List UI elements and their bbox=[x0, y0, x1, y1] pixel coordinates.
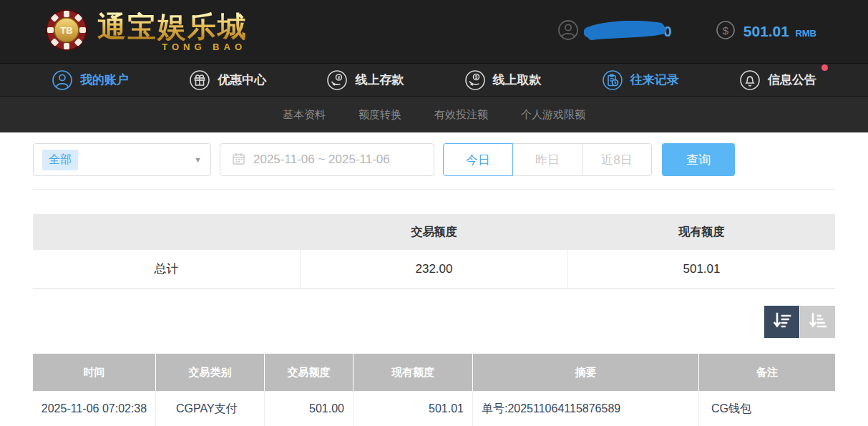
account-username[interactable]: 0 bbox=[557, 19, 672, 44]
subnav-item-valid-bets[interactable]: 有效投注额 bbox=[434, 108, 488, 122]
balance-amount: 501.01 bbox=[743, 23, 789, 39]
records-table: 时间 交易类别 交易额度 现有额度 摘要 备注 2025-11-06 07:02… bbox=[33, 354, 835, 426]
quick-btn-yesterday[interactable]: 昨日 bbox=[512, 143, 582, 176]
cell-summary: 单号:202511064115876589 bbox=[473, 391, 699, 426]
summary-total-label: 总计 bbox=[33, 250, 300, 289]
subnav-item-game-limits[interactable]: 个人游戏限额 bbox=[521, 108, 585, 122]
svg-text:$: $ bbox=[474, 74, 477, 80]
col-header-time: 时间 bbox=[33, 354, 156, 391]
records-icon bbox=[602, 69, 623, 91]
filter-bar: 全部 ▼ 2025-11-06 ~ 2025-11-06 今日 昨日 近8日 查… bbox=[0, 143, 868, 176]
brand-subtitle: TONG BAO bbox=[97, 42, 248, 52]
nav-label: 我的账户 bbox=[80, 72, 129, 88]
subnav-item-basic-info[interactable]: 基本资料 bbox=[283, 108, 326, 122]
quick-date-group: 今日 昨日 近8日 bbox=[443, 143, 652, 176]
section-divider bbox=[33, 189, 835, 190]
account-subnav: 基本资料 额度转换 有效投注额 个人游戏限额 bbox=[0, 97, 868, 132]
nav-item-promotions[interactable]: 优惠中心 bbox=[189, 69, 266, 91]
selected-type-chip: 全部 bbox=[42, 150, 78, 170]
cell-note: CG钱包 bbox=[699, 391, 835, 426]
col-header-trade-amount: 交易额度 bbox=[265, 354, 353, 391]
subnav-item-credit-transfer[interactable]: 额度转换 bbox=[359, 108, 401, 122]
cell-time: 2025-11-06 07:02:38 bbox=[33, 391, 156, 426]
nav-label: 优惠中心 bbox=[218, 72, 266, 88]
main-nav: 我的账户 优惠中心 ¥ 线上存款 $ bbox=[0, 63, 868, 97]
notification-dot bbox=[821, 64, 828, 71]
cell-type: CGPAY支付 bbox=[156, 391, 265, 426]
dollar-icon: $ bbox=[715, 19, 736, 44]
nav-label: 线上取款 bbox=[493, 72, 542, 88]
summary-col-trade-amount: 交易额度 bbox=[301, 225, 568, 240]
summary-total-balance: 501.01 bbox=[567, 250, 835, 289]
balance-display[interactable]: $ 501.01 RMB bbox=[715, 19, 816, 44]
svg-text:¥: ¥ bbox=[338, 74, 341, 79]
username-redaction-scribble bbox=[584, 21, 670, 42]
deposit-icon: ¥ bbox=[326, 69, 348, 91]
withdraw-icon: $ bbox=[464, 69, 486, 91]
nav-item-transaction-records[interactable]: 往来记录 bbox=[602, 69, 679, 91]
bell-icon bbox=[739, 69, 761, 91]
chip-label: TB bbox=[60, 25, 72, 36]
avatar-icon bbox=[557, 19, 580, 44]
date-range-value: 2025-11-06 ~ 2025-11-06 bbox=[253, 153, 390, 167]
cell-trade-amount: 501.00 bbox=[265, 391, 353, 426]
cell-balance: 501.01 bbox=[353, 391, 473, 426]
transaction-type-select[interactable]: 全部 ▼ bbox=[33, 143, 211, 176]
summary-total-trade-amount: 232.00 bbox=[300, 250, 567, 289]
nav-item-withdraw[interactable]: $ 线上取款 bbox=[464, 69, 542, 91]
summary-total-row: 总计 232.00 501.01 bbox=[33, 250, 835, 289]
chevron-down-icon: ▼ bbox=[194, 155, 202, 164]
calendar-icon bbox=[232, 152, 245, 168]
balance-currency: RMB bbox=[795, 28, 816, 39]
svg-text:$: $ bbox=[723, 24, 729, 37]
top-header: TB 通宝娱乐城 TONG BAO 0 bbox=[0, 0, 868, 63]
quick-btn-last8days[interactable]: 近8日 bbox=[582, 143, 652, 176]
summary-table: 交易额度 现有额度 总计 232.00 501.01 bbox=[33, 214, 835, 289]
date-range-input[interactable]: 2025-11-06 ~ 2025-11-06 bbox=[220, 143, 434, 176]
user-icon bbox=[52, 69, 73, 91]
col-header-summary: 摘要 bbox=[473, 354, 699, 391]
gift-icon bbox=[189, 69, 210, 91]
summary-header-row: 交易额度 现有额度 bbox=[33, 214, 835, 250]
brand-title: 通宝娱乐城 bbox=[97, 12, 248, 41]
nav-label: 线上存款 bbox=[355, 72, 404, 88]
search-button[interactable]: 查询 bbox=[662, 143, 735, 176]
summary-col-balance: 现有额度 bbox=[567, 225, 835, 240]
sort-descending-icon bbox=[773, 312, 791, 331]
table-row: 2025-11-06 07:02:38 CGPAY支付 501.00 501.0… bbox=[33, 391, 835, 426]
records-header-row: 时间 交易类别 交易额度 现有额度 摘要 备注 bbox=[33, 354, 835, 391]
sort-controls bbox=[33, 306, 835, 338]
sort-descending-button[interactable] bbox=[764, 306, 799, 338]
col-header-balance: 现有额度 bbox=[353, 354, 473, 391]
brand-logo[interactable]: TB 通宝娱乐城 TONG BAO bbox=[44, 8, 248, 55]
nav-item-deposit[interactable]: ¥ 线上存款 bbox=[326, 69, 404, 91]
sort-ascending-button[interactable] bbox=[800, 306, 835, 338]
nav-label: 往来记录 bbox=[630, 72, 679, 88]
nav-label: 信息公告 bbox=[768, 72, 816, 88]
col-header-note: 备注 bbox=[699, 354, 835, 391]
quick-btn-today[interactable]: 今日 bbox=[443, 143, 513, 176]
nav-item-my-account[interactable]: 我的账户 bbox=[52, 69, 129, 91]
col-header-type: 交易类别 bbox=[156, 354, 265, 391]
casino-chip-icon: TB bbox=[44, 8, 89, 55]
nav-item-announcements[interactable]: 信息公告 bbox=[739, 69, 816, 91]
sort-ascending-icon bbox=[809, 312, 827, 331]
